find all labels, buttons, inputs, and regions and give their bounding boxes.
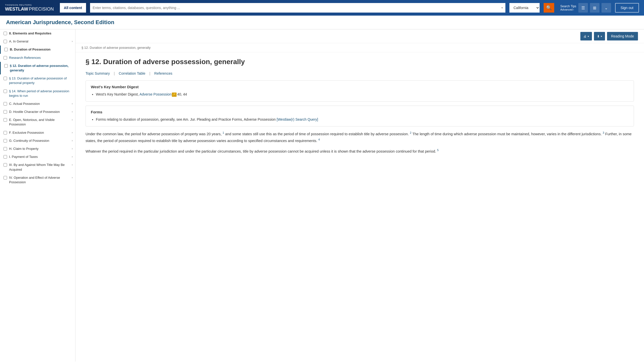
grid-icon: ⊞ bbox=[593, 6, 596, 10]
sidebar-label-i-payment: I. Payment of Taxes bbox=[9, 155, 71, 159]
more-options-button[interactable]: ⌄ bbox=[601, 3, 611, 13]
print-button[interactable]: 🖨 ▾ bbox=[580, 32, 592, 40]
search-bar: ▾ bbox=[90, 3, 505, 13]
sidebar-chevron-iii-by-against: › bbox=[72, 163, 73, 166]
main-header: THOMSON REUTERS WESTLAW PRECISION All co… bbox=[0, 0, 644, 16]
footnote-1[interactable]: 1 bbox=[223, 131, 224, 134]
tab-references[interactable]: References bbox=[154, 71, 176, 75]
sidebar-item-research-refs[interactable]: Research References bbox=[0, 54, 75, 62]
sidebar-checkbox-d-hostile[interactable] bbox=[4, 110, 7, 114]
sidebar-label-b-duration: B. Duration of Possession bbox=[10, 47, 73, 52]
sidebar-checkbox-ii-elements[interactable] bbox=[4, 32, 7, 35]
print-chevron-icon: ▾ bbox=[588, 35, 589, 38]
breadcrumb-text: § 12. Duration of adverse possession, ge… bbox=[82, 46, 151, 50]
sidebar-item-h-claim[interactable]: H. Claim to Property› bbox=[0, 145, 75, 153]
sidebar-item-a-general[interactable]: A. In General› bbox=[0, 37, 75, 46]
download-button[interactable]: ⬇ ▾ bbox=[594, 32, 605, 40]
all-content-button[interactable]: All content bbox=[60, 3, 86, 13]
sidebar-item-iv-operation[interactable]: IV. Operation and Effect of Adverse Poss… bbox=[0, 174, 75, 186]
forms-box: Forms Forms relating to duration of poss… bbox=[86, 106, 634, 126]
sidebar-label-g-continuity: G. Continuity of Possession bbox=[9, 139, 71, 143]
sidebar-label-f-exclusive: F. Exclusive Possession bbox=[9, 130, 71, 135]
sidebar-item-d-hostile[interactable]: D. Hostile Character of Possession› bbox=[0, 108, 75, 116]
footnote-3[interactable]: 3 bbox=[603, 131, 604, 134]
sidebar-chevron-c-actual: › bbox=[72, 102, 73, 105]
sidebar-item-s14[interactable]: § 14. When period of adverse possession … bbox=[0, 87, 75, 100]
sidebar-item-iii-by-against[interactable]: III. By and Against Whom Title May Be Ac… bbox=[0, 161, 75, 173]
footnote-4[interactable]: 4 bbox=[318, 138, 320, 141]
sidebar-label-research-refs: Research References bbox=[9, 56, 73, 60]
westlaw-search-query-link[interactable]: [Westlaw(r) Search Query] bbox=[277, 117, 318, 121]
tab-topic-summary[interactable]: Topic Summary bbox=[86, 71, 119, 75]
sidebar-checkbox-c-actual[interactable] bbox=[4, 102, 7, 106]
key-icon: 🔑 bbox=[172, 93, 177, 97]
sidebar-chevron-h-claim: › bbox=[72, 147, 73, 150]
print-icon: 🖨 bbox=[583, 34, 587, 38]
advanced-label: Advanced › bbox=[560, 8, 576, 11]
sidebar-checkbox-i-payment[interactable] bbox=[4, 155, 7, 159]
logo-westlaw: WESTLAW bbox=[5, 7, 28, 12]
sidebar-checkbox-research-refs[interactable] bbox=[4, 56, 7, 60]
content-toolbar: 🖨 ▾ ⬇ ▾ Reading Mode bbox=[75, 29, 644, 43]
list-view-button[interactable]: ☰ bbox=[578, 3, 588, 13]
sidebar-item-e-open[interactable]: E. Open, Notorious, and Visible Possessi… bbox=[0, 116, 75, 128]
forms-list: Forms relating to duration of possession… bbox=[91, 117, 629, 122]
breadcrumb: § 12. Duration of adverse possession, ge… bbox=[75, 43, 644, 52]
search-dropdown-icon[interactable]: ▾ bbox=[501, 6, 503, 10]
sidebar-label-iii-by-against: III. By and Against Whom Title May Be Ac… bbox=[9, 163, 71, 172]
sidebar-item-s12[interactable]: § 12. Duration of adverse possession, ge… bbox=[0, 62, 75, 74]
sidebar-label-s12: § 12. Duration of adverse possession, ge… bbox=[10, 64, 73, 73]
sidebar-label-e-open: E. Open, Notorious, and Visible Possessi… bbox=[9, 118, 71, 127]
sidebar-checkbox-h-claim[interactable] bbox=[4, 147, 7, 151]
body-paragraph-1: Under the common law, the period for adv… bbox=[86, 130, 634, 144]
sidebar-checkbox-a-general[interactable] bbox=[4, 40, 7, 43]
sidebar-chevron-a-general: › bbox=[72, 40, 73, 43]
sidebar-checkbox-s13[interactable] bbox=[4, 77, 7, 80]
footnote-5[interactable]: 5 bbox=[437, 149, 439, 152]
sidebar: II. Elements and RequisitesA. In General… bbox=[0, 29, 75, 361]
logo-westlaw-precision: WESTLAW PRECISION bbox=[5, 7, 54, 12]
sidebar-item-b-duration[interactable]: B. Duration of Possession bbox=[0, 46, 75, 54]
sidebar-checkbox-iii-by-against[interactable] bbox=[4, 163, 7, 167]
sidebar-label-s13: § 13. Duration of adverse possession of … bbox=[9, 76, 73, 85]
search-tips-link[interactable]: Search Tips Advanced › bbox=[560, 5, 576, 11]
sidebar-checkbox-iv-operation[interactable] bbox=[4, 176, 7, 179]
tab-correlation-table[interactable]: Correlation Table bbox=[119, 71, 154, 75]
sign-out-button[interactable]: Sign out bbox=[615, 3, 639, 13]
sidebar-label-c-actual: C. Actual Possession bbox=[9, 102, 71, 106]
sidebar-chevron-e-open: › bbox=[72, 118, 73, 121]
download-chevron-icon: ▾ bbox=[601, 35, 602, 38]
adverse-possession-link[interactable]: Adverse Possession bbox=[140, 92, 172, 96]
sidebar-checkbox-b-duration[interactable] bbox=[4, 48, 8, 51]
logo: THOMSON REUTERS WESTLAW PRECISION bbox=[5, 4, 54, 12]
sidebar-checkbox-s12[interactable] bbox=[4, 64, 8, 68]
sidebar-item-i-payment[interactable]: I. Payment of Taxes› bbox=[0, 153, 75, 161]
search-tips-label: Search Tips bbox=[560, 5, 576, 8]
jurisdiction-select[interactable]: California bbox=[509, 3, 540, 13]
key-number-text-before: West's Key Number Digest, bbox=[96, 92, 140, 96]
sidebar-checkbox-f-exclusive[interactable] bbox=[4, 131, 7, 134]
chevron-down-icon: ⌄ bbox=[605, 6, 608, 10]
reading-mode-button[interactable]: Reading Mode bbox=[607, 32, 638, 40]
search-icon: 🔍 bbox=[546, 5, 552, 11]
sidebar-checkbox-s14[interactable] bbox=[4, 89, 7, 93]
sidebar-label-d-hostile: D. Hostile Character of Possession bbox=[9, 110, 71, 114]
grid-view-button[interactable]: ⊞ bbox=[590, 3, 599, 13]
sidebar-item-f-exclusive[interactable]: F. Exclusive Possession› bbox=[0, 129, 75, 137]
search-button[interactable]: 🔍 bbox=[544, 3, 554, 13]
sidebar-item-ii-elements[interactable]: II. Elements and Requisites bbox=[0, 29, 75, 37]
key-number-digest-list: West's Key Number Digest, Adverse Posses… bbox=[91, 92, 629, 97]
sidebar-checkbox-e-open[interactable] bbox=[4, 118, 7, 122]
search-input[interactable] bbox=[93, 6, 501, 10]
section-tabs: Topic Summary Correlation Table Referenc… bbox=[86, 71, 634, 75]
key-number-digest-box: West's Key Number Digest West's Key Numb… bbox=[86, 80, 634, 101]
sidebar-item-c-actual[interactable]: C. Actual Possession› bbox=[0, 100, 75, 108]
footnote-2[interactable]: 2 bbox=[410, 131, 411, 134]
sidebar-item-g-continuity[interactable]: G. Continuity of Possession› bbox=[0, 137, 75, 145]
sidebar-label-s14: § 14. When period of adverse possession … bbox=[9, 89, 73, 98]
sidebar-label-ii-elements: II. Elements and Requisites bbox=[9, 31, 73, 36]
list-item: Forms relating to duration of possession… bbox=[96, 117, 629, 122]
main-layout: II. Elements and RequisitesA. In General… bbox=[0, 29, 644, 361]
sidebar-item-s13[interactable]: § 13. Duration of adverse possession of … bbox=[0, 74, 75, 87]
sidebar-checkbox-g-continuity[interactable] bbox=[4, 139, 7, 143]
